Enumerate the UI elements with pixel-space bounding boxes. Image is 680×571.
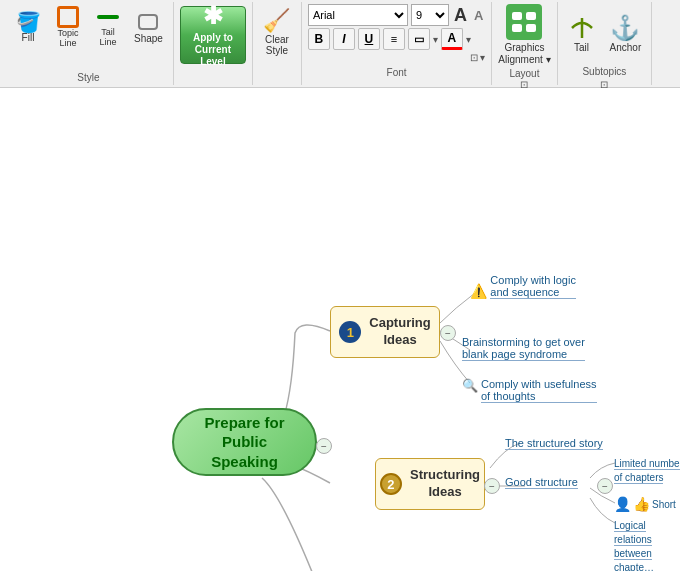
main-collapse-btn[interactable]: − bbox=[316, 438, 332, 454]
logical-node: Logical relationsbetween chapte… bbox=[614, 518, 680, 571]
structuring-badge: 2 bbox=[380, 473, 402, 495]
topic-line-label: TopicLine bbox=[57, 28, 78, 48]
chapters-node: Limited numberof chapters bbox=[614, 456, 680, 484]
anchor-label: Anchor bbox=[610, 42, 642, 53]
font-size-select[interactable]: 9 bbox=[411, 4, 449, 26]
usefulness-icon: 🔍 bbox=[462, 378, 478, 393]
underline-button[interactable]: U bbox=[358, 28, 380, 50]
layout-group-label: Layout bbox=[509, 68, 539, 79]
layout-group: GraphicsAlignment ▾ Layout ⊡ bbox=[492, 2, 557, 85]
graphics-alignment-label: GraphicsAlignment ▾ bbox=[498, 42, 550, 66]
fill-icon: 🪣 bbox=[16, 12, 41, 32]
apply-button[interactable]: ✱ Apply toCurrent Level bbox=[180, 6, 246, 64]
main-node-label: Prepare forPublic Speaking bbox=[192, 413, 297, 472]
strikethrough-button[interactable]: ≡ bbox=[383, 28, 405, 50]
usefulness-node: 🔍 Comply with usefulnessof thoughts bbox=[462, 378, 622, 403]
svg-rect-3 bbox=[526, 24, 536, 32]
fill-label: Fill bbox=[22, 32, 35, 43]
font-row1: Arial 9 A A bbox=[308, 4, 485, 26]
svg-rect-1 bbox=[526, 12, 536, 20]
good-structure-label: Good structure bbox=[505, 476, 578, 489]
tail-line-label: TailLine bbox=[99, 27, 116, 47]
font-color-button[interactable]: A bbox=[441, 28, 463, 50]
font-family-select[interactable]: Arial bbox=[308, 4, 408, 26]
structuring-ideas-node[interactable]: 2 StructuringIdeas bbox=[375, 458, 485, 510]
short-label: Short bbox=[652, 499, 676, 510]
logic-node: ⚠️ Comply with logicand sequence bbox=[470, 274, 630, 299]
mindmap-canvas: Prepare forPublic Speaking − 1 Capturing… bbox=[0, 88, 680, 571]
logic-label: Comply with logicand sequence bbox=[490, 274, 576, 299]
clear-style-button[interactable]: 🧹 ClearStyle bbox=[259, 4, 295, 62]
logical-label: Logical relationsbetween chapte… bbox=[614, 520, 654, 571]
anchor-button[interactable]: ⚓ Anchor bbox=[606, 4, 646, 62]
decrease-size-button[interactable]: A bbox=[474, 8, 483, 23]
graphics-alignment-icon bbox=[506, 4, 542, 40]
bold-button[interactable]: B bbox=[308, 28, 330, 50]
anchor-icon: ⚓ bbox=[610, 14, 640, 42]
tail-button[interactable]: Tail bbox=[564, 4, 600, 62]
tail-label: Tail bbox=[574, 42, 589, 53]
short-icon1: 👤 bbox=[614, 496, 631, 512]
usefulness-label: Comply with usefulnessof thoughts bbox=[481, 378, 597, 403]
apply-icon: ✱ bbox=[203, 2, 223, 30]
apply-label: Apply toCurrent Level bbox=[187, 32, 239, 68]
capturing-ideas-node[interactable]: 1 CapturingIdeas bbox=[330, 306, 440, 358]
style-group: 🪣 Fill TopicLine TailLine Shape Style bbox=[4, 2, 174, 85]
topic-line-button[interactable]: TopicLine bbox=[50, 4, 86, 50]
subtopics-group-label: Subtopics bbox=[564, 66, 646, 77]
shape-label: Shape bbox=[134, 33, 163, 44]
italic-button[interactable]: I bbox=[333, 28, 355, 50]
tail-line-icon bbox=[97, 15, 119, 19]
font-row2: B I U ≡ ▭ ▾ A ▾ bbox=[308, 28, 485, 50]
good-structure-node: Good structure bbox=[505, 476, 605, 489]
highlight-button[interactable]: ▭ bbox=[408, 28, 430, 50]
font-group: Arial 9 A A B I U ≡ ▭ ▾ A ▾ ⊡ ▾ Font bbox=[302, 2, 492, 85]
apply-group: ✱ Apply toCurrent Level . bbox=[174, 2, 253, 85]
svg-rect-2 bbox=[512, 24, 522, 32]
story-label: The structured story bbox=[505, 437, 603, 450]
style-group-label: Style bbox=[77, 70, 99, 83]
main-node[interactable]: Prepare forPublic Speaking bbox=[172, 408, 317, 476]
brainstorm-label: Brainstorming to get overblank page synd… bbox=[462, 336, 585, 361]
clear-style-group: 🧹 ClearStyle . bbox=[253, 2, 302, 85]
svg-rect-0 bbox=[512, 12, 522, 20]
capturing-collapse-btn[interactable]: − bbox=[440, 325, 456, 341]
chapters-label: Limited numberof chapters bbox=[614, 458, 680, 484]
font-group-label: Font bbox=[308, 67, 485, 78]
subtopics-group: Tail ⚓ Anchor Subtopics ⊡ bbox=[558, 2, 653, 85]
short-node: 👤 👍 Short bbox=[614, 496, 680, 512]
font-expand-button[interactable]: ⊡ ▾ bbox=[470, 52, 486, 63]
shape-icon bbox=[138, 14, 158, 30]
fill-button[interactable]: 🪣 Fill bbox=[10, 10, 46, 45]
capturing-label: CapturingIdeas bbox=[369, 315, 430, 349]
shape-button[interactable]: Shape bbox=[130, 9, 167, 46]
capturing-badge: 1 bbox=[339, 321, 361, 343]
brainstorm-node: Brainstorming to get overblank page synd… bbox=[462, 336, 637, 361]
short-icon2: 👍 bbox=[633, 496, 650, 512]
tail-line-button[interactable]: TailLine bbox=[90, 5, 126, 49]
logic-icon: ⚠️ bbox=[470, 283, 487, 299]
good-structure-collapse-btn[interactable]: − bbox=[597, 478, 613, 494]
toolbar: 🪣 Fill TopicLine TailLine Shape Style ✱ … bbox=[0, 0, 680, 88]
structuring-collapse-btn[interactable]: − bbox=[484, 478, 500, 494]
clear-style-icon: 🧹 bbox=[263, 8, 290, 34]
topic-line-icon bbox=[57, 6, 79, 28]
increase-size-button[interactable]: A bbox=[454, 5, 467, 26]
story-node: The structured story bbox=[505, 436, 665, 450]
clear-style-label: ClearStyle bbox=[265, 34, 289, 56]
structuring-label: StructuringIdeas bbox=[410, 467, 480, 501]
